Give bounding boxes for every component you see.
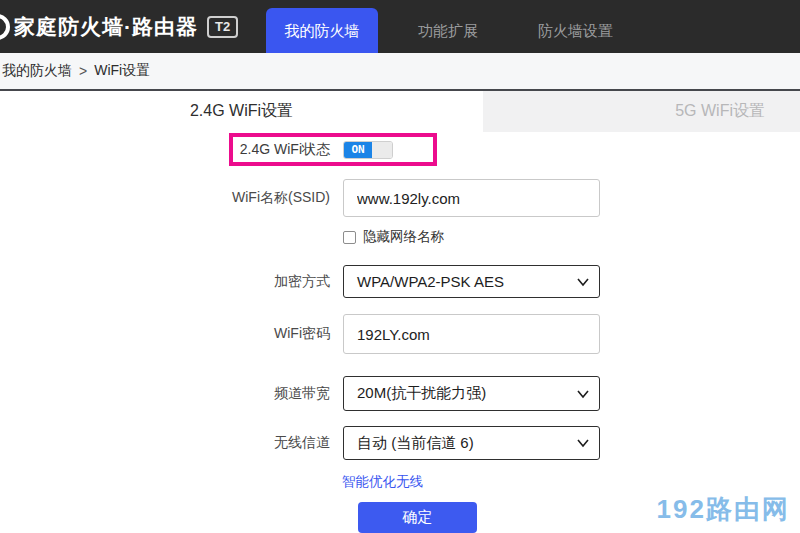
channel-select[interactable]: 自动 (当前信道 6) xyxy=(343,426,600,460)
nav-tab-firewall-settings[interactable]: 防火墙设置 xyxy=(518,8,633,53)
router-admin-page: 家庭防火墙·路由器 T2 我的防火墙 功能扩展 防火墙设置 我的防火墙 > Wi… xyxy=(0,0,800,533)
top-bar: 家庭防火墙·路由器 T2 我的防火墙 功能扩展 防火墙设置 xyxy=(0,0,800,53)
tab-5g-wifi[interactable]: 5G WiFi设置 xyxy=(483,91,800,132)
channel-label: 无线信道 xyxy=(0,434,330,452)
chevron-down-icon xyxy=(577,277,589,287)
hide-network-checkbox[interactable] xyxy=(343,231,356,244)
bandwidth-row: 频道带宽 20M(抗干扰能力强) xyxy=(0,376,800,411)
breadcrumb-parent[interactable]: 我的防火墙 xyxy=(2,62,72,80)
password-label: WiFi密码 xyxy=(0,325,330,343)
encryption-select[interactable]: WPA/WPA2-PSK AES xyxy=(343,265,600,298)
ssid-label: WiFi名称(SSID) xyxy=(0,189,330,207)
bandwidth-value: 20M(抗干扰能力强) xyxy=(357,384,486,403)
breadcrumb-current: WiFi设置 xyxy=(94,62,150,80)
ssid-row: WiFi名称(SSID) xyxy=(0,179,800,217)
hide-network-label: 隐藏网络名称 xyxy=(363,228,444,246)
optimize-link-row: 智能优化无线 xyxy=(342,472,800,491)
wifi-status-highlight-box: 2.4G WiFi状态 ON xyxy=(229,133,437,166)
nav-tab-extensions[interactable]: 功能扩展 xyxy=(398,8,498,53)
password-input[interactable] xyxy=(343,314,600,354)
model-badge: T2 xyxy=(207,16,238,38)
wifi-settings-panel: 2.4G WiFi设置 5G WiFi设置 2.4G WiFi状态 ON WiF… xyxy=(0,91,800,533)
toggle-on-label: ON xyxy=(344,142,372,158)
channel-value: 自动 (当前信道 6) xyxy=(357,434,474,453)
chevron-down-icon xyxy=(577,389,589,399)
wifi-status-toggle[interactable]: ON xyxy=(343,141,393,159)
hide-network-row: 隐藏网络名称 xyxy=(343,228,800,246)
chevron-down-icon xyxy=(577,438,589,448)
channel-row: 无线信道 自动 (当前信道 6) xyxy=(0,426,800,460)
site-watermark: 192路由网 xyxy=(657,492,790,527)
band-tabs: 2.4G WiFi设置 5G WiFi设置 xyxy=(0,91,800,132)
breadcrumb-separator: > xyxy=(79,63,87,79)
encryption-row: 加密方式 WPA/WPA2-PSK AES xyxy=(0,265,800,298)
ssid-input[interactable] xyxy=(343,179,600,217)
breadcrumb: 我的防火墙 > WiFi设置 xyxy=(0,53,800,89)
bandwidth-label: 频道带宽 xyxy=(0,385,330,403)
bandwidth-select[interactable]: 20M(抗干扰能力强) xyxy=(343,376,600,411)
top-navigation: 我的防火墙 功能扩展 防火墙设置 xyxy=(266,0,633,53)
encryption-label: 加密方式 xyxy=(0,273,330,291)
brand-logo-icon xyxy=(0,14,10,40)
confirm-button[interactable]: 确定 xyxy=(358,502,477,533)
encryption-value: WPA/WPA2-PSK AES xyxy=(357,273,504,290)
toggle-knob xyxy=(372,142,392,158)
nav-tab-my-firewall[interactable]: 我的防火墙 xyxy=(266,8,378,53)
smart-optimize-link[interactable]: 智能优化无线 xyxy=(342,474,423,489)
brand-title: 家庭防火墙·路由器 xyxy=(14,13,198,41)
password-row: WiFi密码 xyxy=(0,314,800,354)
wifi-status-label: 2.4G WiFi状态 xyxy=(233,141,330,159)
tab-24g-wifi[interactable]: 2.4G WiFi设置 xyxy=(0,91,483,132)
